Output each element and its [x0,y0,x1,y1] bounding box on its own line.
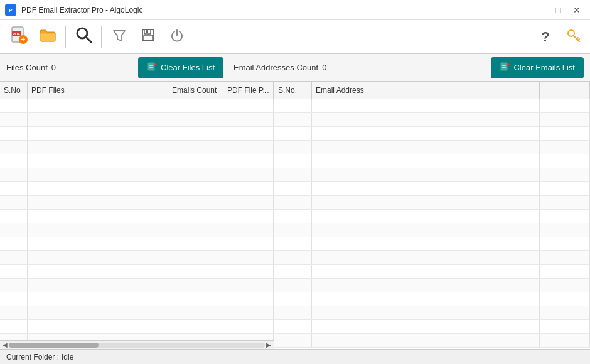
cell-pdf-path [223,223,274,237]
cell-pdf-path [223,141,274,154]
window-title: PDF Email Extractor Pro - AlgoLogic [21,6,531,14]
scroll-right-arrow[interactable]: ▶ [265,341,272,348]
clear-emails-label: Clear Emails List [513,63,575,72]
cell-emails-count [168,196,223,209]
table-row [274,306,590,320]
key-button[interactable] [561,25,585,49]
cell-email-address [312,99,540,112]
filter-icon [112,28,126,46]
cell-extra [540,251,590,264]
cell-emails-count [168,306,223,319]
svg-line-16 [577,38,578,39]
cell-emails-count [168,141,223,154]
table-row [0,196,274,210]
cell-pdf-file [28,265,168,278]
svg-text:+: + [21,35,25,44]
cell-pdf-file [28,99,168,112]
toolbar: PDF + [0,20,590,54]
folder-icon [40,28,56,46]
cell-pdf-file [28,223,168,237]
cell-emails-count [168,334,223,340]
cell-email-address [312,196,540,209]
table-row [0,210,274,223]
cell-sno-right [274,334,312,347]
add-pdf-button[interactable]: PDF + [5,23,33,51]
left-scrollbar[interactable]: ◀ ▶ [0,340,274,349]
left-scrollbar-track[interactable] [9,343,265,348]
cell-pdf-file [28,320,168,333]
filter-button[interactable] [105,23,133,51]
cell-email-address [312,182,540,195]
cell-pdf-file [28,168,168,181]
right-table-body [274,99,590,349]
close-button[interactable]: ✕ [569,3,585,17]
cell-sno [0,154,28,168]
col-header-extra [540,82,590,99]
left-scrollbar-thumb[interactable] [9,343,99,348]
cell-emails-count [168,182,223,195]
svg-rect-12 [144,35,153,40]
email-count-value: 0 [322,63,326,72]
cell-pdf-path [223,113,274,126]
cell-sno [0,210,28,223]
cell-extra [540,265,590,278]
clear-files-button[interactable]: Clear Files List [138,57,223,78]
cell-emails-count [168,113,223,126]
cell-sno [0,306,28,319]
help-button[interactable]: ? [534,25,557,49]
right-panel: S.No. Email Address [274,82,590,349]
open-folder-button[interactable] [34,23,62,51]
table-row [0,154,274,168]
cell-pdf-path [223,292,274,306]
scroll-left-arrow[interactable]: ◀ [1,341,9,348]
toolbar-divider-1 [65,26,66,48]
cell-extra [540,154,590,168]
cell-extra [540,223,590,237]
maximize-button[interactable]: □ [550,3,566,17]
status-bar: Current Folder : Idle [0,349,590,364]
cell-extra [540,306,590,319]
cell-pdf-file [28,127,168,140]
table-row [0,223,274,237]
cell-emails-count [168,154,223,168]
cell-sno-right [274,237,312,250]
table-row [0,306,274,320]
cell-sno-right [274,210,312,223]
key-icon [566,28,581,46]
minimize-button[interactable]: — [531,3,547,17]
clear-emails-icon [500,62,510,73]
save-icon [141,28,155,46]
cell-pdf-file [28,141,168,154]
cell-sno-right [274,99,312,112]
current-folder-label: Current Folder : [6,353,59,361]
table-row [0,113,274,127]
cell-extra [540,127,590,140]
cell-pdf-file [28,279,168,292]
toolbar-divider-2 [101,26,102,48]
power-button[interactable] [163,23,191,51]
cell-pdf-path [223,251,274,264]
window-controls: — □ ✕ [531,3,585,17]
cell-pdf-file [28,251,168,264]
cell-extra [540,168,590,181]
cell-pdf-file [28,113,168,126]
table-row [0,292,274,306]
table-row [0,279,274,292]
table-row [274,251,590,265]
cell-sno [0,265,28,278]
cell-emails-count [168,292,223,306]
cell-extra [540,320,590,333]
cell-sno [0,334,28,340]
cell-sno [0,113,28,126]
left-panel: S.No PDF Files Emails Count PDF File P..… [0,82,274,349]
svg-marker-9 [114,31,125,41]
cell-email-address [312,154,540,168]
save-button[interactable] [134,23,162,51]
cell-sno-right [274,279,312,292]
cell-sno-right [274,306,312,319]
cell-pdf-file [28,196,168,209]
cell-extra [540,279,590,292]
search-button[interactable] [70,23,97,51]
clear-emails-button[interactable]: Clear Emails List [491,57,584,78]
cell-extra [540,196,590,209]
